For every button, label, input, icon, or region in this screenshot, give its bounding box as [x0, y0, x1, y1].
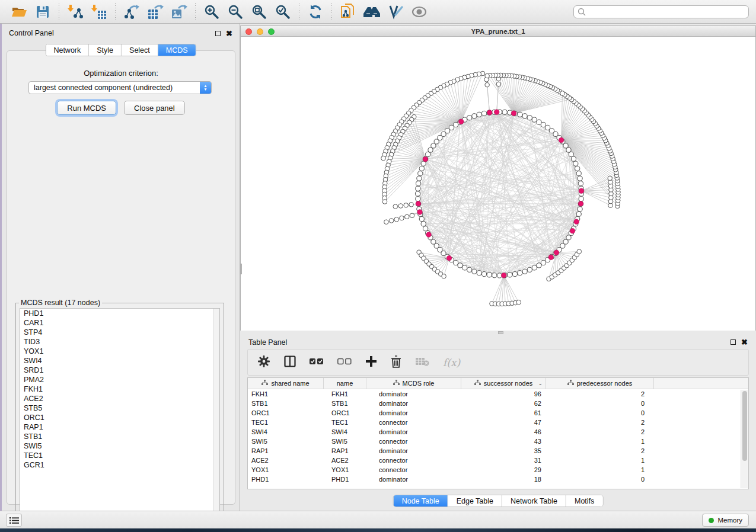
mcds-result-item[interactable]: RAP1	[20, 422, 219, 432]
mcds-result-item[interactable]: PMA2	[20, 375, 219, 384]
fit-content-icon[interactable]	[250, 4, 268, 20]
cell-MCDS-role: connector	[366, 437, 461, 446]
table-row[interactable]: RAP1RAP1dominator352	[248, 446, 748, 456]
table-row[interactable]: FKH1FKH1dominator962	[248, 389, 748, 399]
tab-node-table[interactable]: Node Table	[394, 495, 448, 507]
mcds-list-scrollbar[interactable]	[213, 309, 219, 519]
mcds-result-item[interactable]: ACE2	[20, 394, 219, 403]
tab-mcds[interactable]: MCDS	[158, 44, 196, 56]
mcds-result-item[interactable]: YOX1	[20, 347, 219, 356]
table-settings-gear-icon[interactable]	[257, 355, 270, 370]
optimization-criterion-select[interactable]: largest connected component (undirected)…	[28, 81, 212, 94]
network-graph[interactable]	[241, 37, 755, 331]
cell-predecessor-nodes: 0	[546, 475, 654, 484]
save-session-icon[interactable]	[34, 4, 52, 20]
mcds-result-item[interactable]: STB5	[20, 403, 219, 413]
export-image-icon[interactable]	[170, 4, 188, 20]
table-splitter-grip[interactable]	[498, 331, 503, 334]
mcds-result-item[interactable]: FKH1	[20, 384, 219, 394]
cell-MCDS-role: connector	[366, 456, 461, 465]
close-panel-button-2[interactable]: Close panel	[124, 101, 185, 115]
search-input[interactable]	[588, 8, 745, 16]
close-table-panel-button[interactable]: ✖	[741, 339, 748, 345]
table-row[interactable]: PHD1PHD1dominator180	[248, 475, 748, 484]
show-hide-icon[interactable]	[410, 4, 428, 20]
mcds-result-item[interactable]: TID3	[20, 337, 219, 347]
export-table-icon[interactable]	[146, 4, 164, 20]
table-row[interactable]: ACE2ACE2connector311	[248, 456, 748, 465]
column-header-predecessor-nodes[interactable]: predecessor nodes	[546, 378, 654, 389]
cell-name: ORC1	[324, 408, 366, 418]
zoom-out-icon[interactable]	[227, 4, 244, 20]
tab-select[interactable]: Select	[122, 44, 158, 56]
column-header-shared-name[interactable]: shared name	[248, 378, 324, 389]
mcds-result-item[interactable]: CAR1	[20, 318, 219, 328]
control-panel-title: Control Panel	[9, 29, 54, 37]
add-column-icon[interactable]	[365, 355, 377, 369]
delete-table-icon-disabled	[415, 357, 429, 368]
network-view-canvas[interactable]	[240, 37, 756, 331]
window-close-traffic-light[interactable]	[245, 28, 252, 35]
run-mcds-button[interactable]: Run MCDS	[57, 101, 116, 115]
panel-splitter-grip[interactable]	[240, 264, 242, 274]
table-row[interactable]: ORC1ORC1dominator610	[248, 408, 748, 418]
import-table-icon[interactable]	[90, 4, 108, 20]
tab-style[interactable]: Style	[89, 44, 122, 56]
column-header-successor-nodes[interactable]: successor nodes⌄	[461, 378, 546, 389]
mcds-result-item[interactable]: ORC1	[20, 413, 219, 422]
search-icon	[578, 8, 586, 16]
open-session-icon[interactable]	[10, 4, 28, 20]
network-window-titlebar[interactable]: YPA_prune.txt_1	[240, 25, 756, 37]
table-row[interactable]: TEC1TEC1connector472	[248, 418, 748, 427]
table-panel: Table Panel ✖	[240, 335, 756, 511]
mcds-result-item[interactable]: GCR1	[20, 460, 219, 470]
column-header-name[interactable]: name	[324, 378, 366, 389]
memory-button[interactable]: Memory	[702, 514, 749, 527]
float-table-panel-button[interactable]	[731, 339, 736, 345]
mcds-result-item[interactable]: PHD1	[20, 309, 219, 318]
mcds-result-item[interactable]: SRD1	[20, 366, 219, 375]
mcds-result-item[interactable]: STB1	[20, 432, 219, 441]
table-scrollbar-thumb[interactable]	[742, 391, 747, 461]
cell-successor-nodes: 46	[461, 427, 546, 437]
table-row[interactable]: STB1STB1dominator620	[248, 399, 748, 408]
mcds-result-item[interactable]: TEC1	[20, 451, 219, 460]
new-network-from-selection-icon[interactable]	[339, 4, 357, 20]
column-header-filler	[654, 378, 748, 389]
table-row[interactable]: YOX1YOX1connector291	[248, 465, 748, 475]
cell-predecessor-nodes: 0	[546, 408, 654, 418]
mcds-result-list: PHD1CAR1STP4TID3YOX1SWI4SRD1PMA2FKH1ACE2…	[20, 308, 220, 520]
zoom-in-icon[interactable]	[203, 4, 221, 20]
mcds-result-item[interactable]: SWI5	[20, 441, 219, 451]
delete-column-icon[interactable]	[391, 355, 401, 370]
show-columns-icon[interactable]	[284, 355, 296, 369]
tab-network[interactable]: Network	[46, 44, 89, 56]
import-network-icon[interactable]	[66, 4, 84, 20]
table-row[interactable]: SWI4SWI4dominator462	[248, 427, 748, 437]
mcds-result-item[interactable]: STP4	[20, 328, 219, 337]
deselect-all-checkboxes-icon[interactable]	[337, 358, 352, 367]
network-search-box[interactable]	[573, 5, 749, 18]
task-history-button[interactable]	[6, 514, 22, 527]
table-scrollbar[interactable]	[741, 390, 748, 488]
table-splitter	[240, 331, 756, 335]
close-panel-button[interactable]: ✖	[226, 31, 232, 36]
tab-edge-table[interactable]: Edge Table	[448, 495, 502, 507]
select-all-checkboxes-icon[interactable]	[310, 358, 324, 367]
refresh-view-icon[interactable]	[307, 4, 324, 20]
table-row[interactable]: SWI5SWI5connector431	[248, 437, 748, 446]
tab-motifs[interactable]: Motifs	[566, 495, 602, 507]
zoom-selected-icon[interactable]	[274, 4, 292, 20]
toolbar-separator	[59, 3, 59, 21]
column-header-MCDS-role[interactable]: MCDS role	[366, 378, 461, 389]
table-type-tabs: Node TableEdge TableNetwork TableMotifs	[393, 495, 604, 507]
style-preview-icon[interactable]	[387, 4, 404, 20]
tab-network-table[interactable]: Network Table	[502, 495, 566, 507]
export-network-icon[interactable]	[123, 4, 141, 20]
window-minimize-traffic-light[interactable]	[257, 28, 263, 35]
window-zoom-traffic-light[interactable]	[268, 28, 275, 35]
mcds-result-item[interactable]: SWI4	[20, 356, 219, 366]
search-tool-icon[interactable]	[363, 4, 381, 20]
cell-MCDS-role: dominator	[366, 408, 461, 418]
float-panel-button[interactable]	[215, 31, 221, 36]
